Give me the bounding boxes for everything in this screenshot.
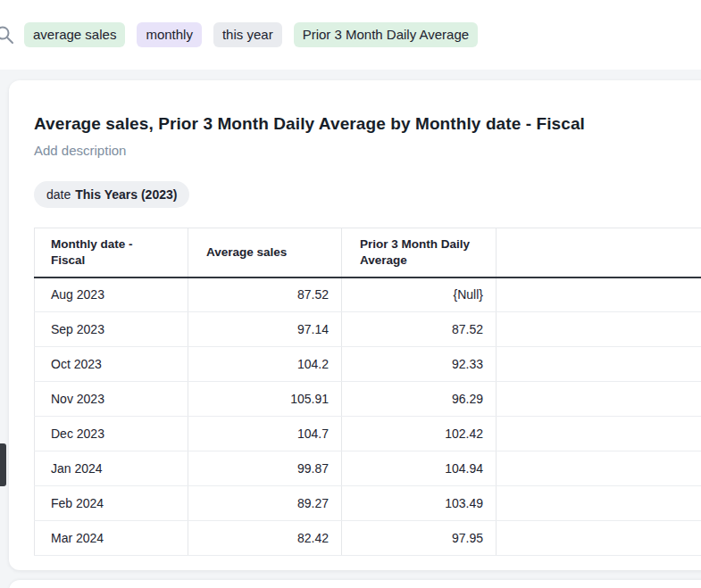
table-row[interactable]: Dec 2023104.7102.42 — [35, 417, 701, 451]
column-header-empty — [497, 228, 701, 277]
table-cell: Mar 2024 — [35, 521, 188, 556]
table-cell: 87.52 — [342, 312, 497, 347]
table-row[interactable]: Jan 202499.87104.94 — [35, 451, 701, 486]
table-cell: 104.94 — [342, 451, 497, 486]
table-cell: {Null} — [342, 277, 497, 312]
empty-cell — [497, 382, 701, 417]
filter-chip[interactable]: date This Years (2023) — [34, 181, 189, 208]
table-cell: Jan 2024 — [35, 451, 188, 486]
table-cell: Dec 2023 — [35, 417, 188, 451]
table-cell: 103.49 — [342, 486, 497, 521]
column-header-monthly-date[interactable]: Monthly date - Fiscal — [35, 228, 188, 277]
table-cell: Sep 2023 — [35, 312, 188, 347]
scrollbar-thumb[interactable] — [0, 443, 6, 486]
table-cell: Oct 2023 — [35, 347, 188, 382]
table-row[interactable]: Feb 202489.27103.49 — [35, 486, 701, 521]
column-header-label: Average sales — [206, 244, 340, 261]
table-cell: 105.91 — [188, 382, 342, 417]
empty-cell — [497, 417, 701, 451]
column-header-label: Monthly date - Fiscal — [51, 236, 151, 269]
answer-title: Average sales, Prior 3 Month Daily Avera… — [34, 114, 701, 134]
column-header-prior-3-month[interactable]: Prior 3 Month Daily Average — [342, 228, 497, 277]
table-body: Aug 202387.52{Null}Sep 202397.1487.52Oct… — [35, 277, 701, 556]
search-bar[interactable]: average sales monthly this year Prior 3 … — [0, 0, 701, 70]
table-cell: 97.14 — [188, 312, 342, 347]
table-cell: Feb 2024 — [35, 486, 188, 521]
table-row[interactable]: Mar 202482.4297.95 — [35, 521, 701, 556]
table-cell: 87.52 — [188, 277, 342, 312]
table-cell: 104.7 — [188, 417, 342, 451]
search-icon — [0, 24, 15, 46]
add-description-link[interactable]: Add description — [34, 143, 126, 158]
search-token-list: average sales monthly this year Prior 3 … — [24, 22, 478, 47]
table-cell: 97.95 — [342, 521, 497, 556]
table-cell: 82.42 — [188, 521, 342, 556]
empty-cell — [497, 451, 701, 486]
table-row[interactable]: Sep 202397.1487.52 — [35, 312, 701, 347]
table-cell: Nov 2023 — [35, 382, 188, 417]
results-table: Monthly date - Fiscal Average sales Prio… — [34, 228, 701, 556]
table-cell: Aug 2023 — [35, 277, 188, 312]
search-token-this-year[interactable]: this year — [213, 22, 282, 47]
filter-value: This Years (2023) — [75, 187, 177, 202]
table-cell: 102.42 — [342, 417, 497, 451]
empty-cell — [497, 347, 701, 382]
filter-name: date — [46, 187, 71, 202]
empty-cell — [497, 521, 701, 556]
table-row[interactable]: Oct 2023104.292.33 — [35, 347, 701, 382]
table-row[interactable]: Aug 202387.52{Null} — [35, 277, 701, 312]
empty-cell — [497, 277, 701, 312]
table-cell: 104.2 — [188, 347, 342, 382]
search-token-average-sales[interactable]: average sales — [24, 22, 125, 47]
empty-cell — [497, 312, 701, 347]
empty-cell — [497, 486, 701, 521]
table-cell: 92.33 — [342, 347, 497, 382]
column-header-average-sales[interactable]: Average sales — [188, 228, 342, 277]
next-panel-edge — [9, 580, 701, 588]
answer-card: Average sales, Prior 3 Month Daily Avera… — [9, 80, 701, 570]
table-row[interactable]: Nov 2023105.9196.29 — [35, 382, 701, 417]
table-header: Monthly date - Fiscal Average sales Prio… — [35, 228, 701, 277]
table-cell: 89.27 — [188, 486, 342, 521]
table-cell: 96.29 — [342, 382, 497, 417]
search-token-prior-3-month[interactable]: Prior 3 Month Daily Average — [294, 22, 478, 47]
table-cell: 99.87 — [188, 451, 342, 486]
column-header-label: Prior 3 Month Daily Average — [360, 236, 471, 269]
header-row: Monthly date - Fiscal Average sales Prio… — [35, 228, 701, 277]
search-token-monthly[interactable]: monthly — [137, 22, 202, 47]
